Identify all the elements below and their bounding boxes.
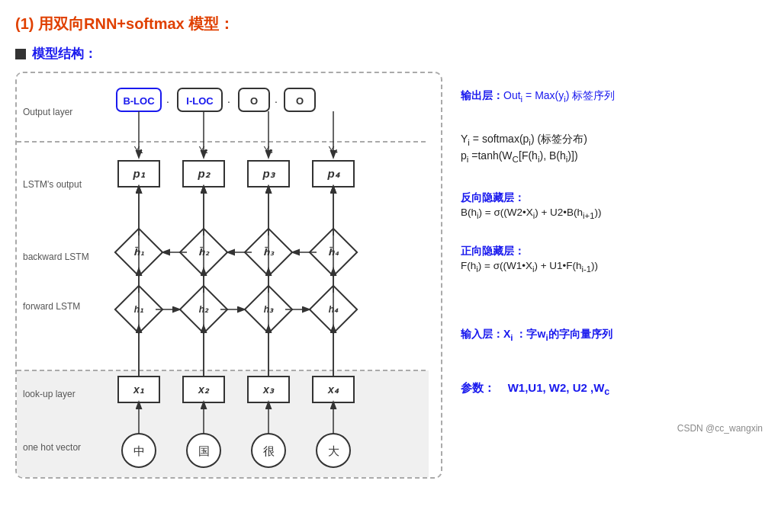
diagram-container: Output layer LSTM's output backward LSTM… [15,72,442,479]
svg-text:中: 中 [133,444,145,457]
output-layer-annotation: 输出层：Outi = Max(yi) 标签序列 [461,87,763,107]
svg-text:I-LOC: I-LOC [186,95,214,107]
svg-text:one hot vector: one hot vector [23,442,81,453]
svg-text:O: O [250,95,258,107]
forward-formula: F(hi) = σ((W1•Xi) + U1•F(hi-1)) [461,260,763,274]
svg-text:LSTM's output: LSTM's output [23,179,82,190]
svg-text:x₃: x₃ [262,383,275,396]
forward-lstm-section: 正向隐藏层： F(hi) = σ((W1•Xi) + U1•F(hi-1)) [461,245,763,275]
svg-text:p₁: p₁ [132,167,145,180]
svg-text:x₁: x₁ [133,383,144,396]
svg-text:p₃: p₃ [262,167,275,180]
section-title: 模型结构： [15,45,763,62]
watermark: CSDN @cc_wangxin [461,423,763,434]
svg-text:·: · [227,95,230,107]
svg-text:很: 很 [263,444,275,457]
params-text: 参数： W1,U1, W2, U2 ,Wc [461,381,763,397]
svg-text:大: 大 [328,444,339,457]
svg-text:p₄: p₄ [326,167,339,180]
svg-text:forward LSTM: forward LSTM [23,301,80,312]
forward-title: 正向隐藏层： [461,245,763,258]
bullet-icon [15,49,26,59]
lstm-formula1: Yi = softmax(pi) (标签分布) [461,133,763,147]
annotations-panel: 输出层：Outi = Max(yi) 标签序列 Yi = softmax(pi)… [455,72,763,434]
input-layer-text: 输入层：Xi ：字wi的字向量序列 [461,328,763,342]
lstm-formula-section: Yi = softmax(pi) (标签分布) pi =tanh(WC[F(hi… [461,131,763,166]
svg-text:x₄: x₄ [327,383,339,396]
params-section: 参数： W1,U1, W2, U2 ,Wc [461,375,763,397]
svg-text:x₂: x₂ [198,383,210,396]
backward-title: 反向隐藏层： [461,191,763,205]
svg-text:look-up layer: look-up layer [23,389,76,399]
svg-rect-0 [17,73,429,142]
svg-text:p₂: p₂ [197,167,211,180]
svg-text:·: · [166,95,169,107]
svg-text:O: O [296,95,304,107]
neural-network-diagram: Output layer LSTM's output backward LSTM… [17,73,429,477]
backward-formula: B(hi) = σ((W2•Xi) + U2•B(hi+1)) [461,207,763,220]
svg-text:backward LSTM: backward LSTM [23,252,89,262]
output-label: 输出层：Outi = Max(yi) 标签序列 [461,89,615,101]
main-title: (1) 用双向RNN+softmax 模型： [15,14,763,34]
backward-lstm-section: 反向隐藏层： B(hi) = σ((W2•Xi) + U2•B(hi+1)) [461,191,763,222]
svg-text:·: · [275,95,278,107]
svg-text:B-LOC: B-LOC [123,95,155,107]
input-layer-section: 输入层：Xi ：字wi的字向量序列 [461,328,763,342]
svg-text:国: 国 [198,444,210,457]
svg-text:Output layer: Output layer [23,107,72,117]
lstm-formula2: pi =tanh(WC[F(hi), B(hi)]) [461,149,763,164]
